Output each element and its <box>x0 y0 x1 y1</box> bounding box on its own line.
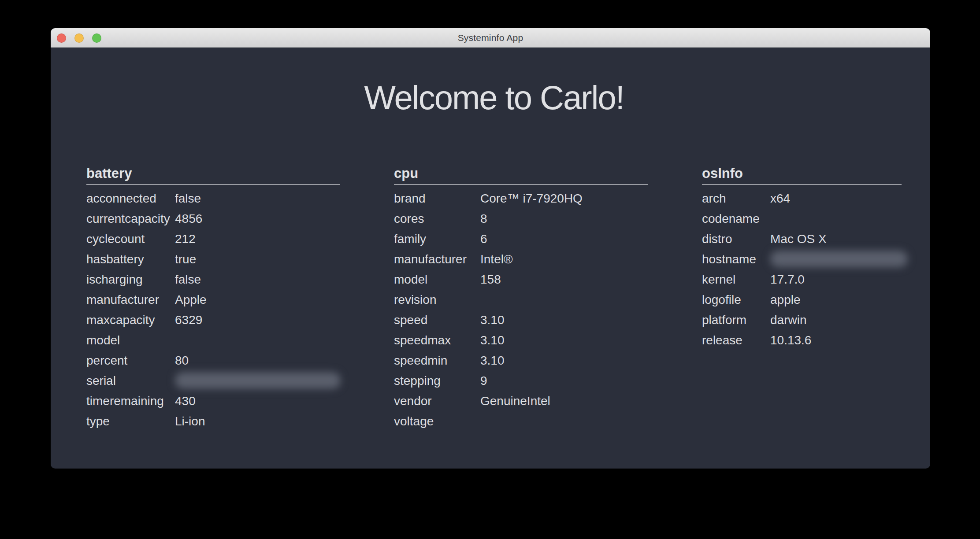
section-title: battery <box>86 166 340 185</box>
row-value: false <box>175 188 340 209</box>
row-value <box>480 290 648 310</box>
row-value: 158 <box>480 270 648 290</box>
info-row-model: model <box>86 330 340 351</box>
row-value: Apple <box>175 290 340 310</box>
row-label: manufacturer <box>394 249 480 270</box>
row-value: 430 <box>175 391 340 411</box>
row-label: percent <box>86 351 175 371</box>
info-row-type: typeLi-ion <box>86 411 340 432</box>
row-label: acconnected <box>86 188 175 209</box>
row-value: 6 <box>480 229 648 249</box>
row-value: false <box>175 270 340 290</box>
row-label: manufacturer <box>86 290 175 310</box>
row-label: family <box>394 229 480 249</box>
info-row-cyclecount: cyclecount212 <box>86 229 340 249</box>
row-value <box>480 411 648 432</box>
row-value: true <box>175 249 340 270</box>
row-value: 9 <box>480 371 648 391</box>
info-row-brand: brandCore™ i7-7920HQ <box>394 188 648 209</box>
row-value: Mac OS X <box>770 229 902 249</box>
row-label: voltage <box>394 411 480 432</box>
info-row-speedmin: speedmin3.10 <box>394 351 648 371</box>
sections: battery acconnectedfalsecurrentcapacity4… <box>86 166 902 432</box>
minimize-button[interactable] <box>74 33 84 43</box>
info-row-revision: revision <box>394 290 648 310</box>
info-row-percent: percent80 <box>86 351 340 371</box>
row-value: 3.10 <box>480 330 648 351</box>
row-value <box>175 330 340 351</box>
info-section-cpu: cpu brandCore™ i7-7920HQcores8family6man… <box>394 166 648 432</box>
window-title: Systeminfo App <box>51 28 930 47</box>
info-row-codename: codename <box>702 209 902 229</box>
row-value: 3.10 <box>480 310 648 330</box>
info-row-platform: platformdarwin <box>702 310 902 330</box>
row-label: vendor <box>394 391 480 411</box>
info-row-model: model158 <box>394 270 648 290</box>
section-rows: brandCore™ i7-7920HQcores8family6manufac… <box>394 188 648 432</box>
row-value: Core™ i7-7920HQ <box>480 188 648 209</box>
row-label: kernel <box>702 270 770 290</box>
info-row-manufacturer: manufacturerIntel® <box>394 249 648 270</box>
row-value: apple <box>770 290 902 310</box>
redacted-value-blur <box>175 372 341 389</box>
info-row-kernel: kernel17.7.0 <box>702 270 902 290</box>
row-label: cores <box>394 209 480 229</box>
info-row-family: family6 <box>394 229 648 249</box>
row-label: type <box>86 411 175 432</box>
info-row-maxcapacity: maxcapacity6329 <box>86 310 340 330</box>
systeminfo-app-window: Systeminfo App Welcome to Carlo! battery… <box>51 28 930 469</box>
row-value: 6329 <box>175 310 340 330</box>
info-row-voltage: voltage <box>394 411 648 432</box>
info-row-currentcapacity: currentcapacity4856 <box>86 209 340 229</box>
info-row-vendor: vendorGenuineIntel <box>394 391 648 411</box>
row-label: brand <box>394 188 480 209</box>
row-value: x64 <box>770 188 902 209</box>
info-row-stepping: stepping9 <box>394 371 648 391</box>
row-label: release <box>702 330 770 351</box>
info-row-hasbattery: hasbatterytrue <box>86 249 340 270</box>
row-value: 80 <box>175 351 340 371</box>
close-button[interactable] <box>57 33 66 43</box>
row-value <box>770 209 902 229</box>
row-label: cyclecount <box>86 229 175 249</box>
row-value: Intel® <box>480 249 648 270</box>
info-section-osinfo: osInfo archx64codenamedistroMac OS Xhost… <box>702 166 902 432</box>
row-label: model <box>394 270 480 290</box>
row-value: 10.13.6 <box>770 330 902 351</box>
info-row-ischarging: ischargingfalse <box>86 270 340 290</box>
window-body: Welcome to Carlo! battery acconnectedfal… <box>51 80 930 432</box>
row-label: codename <box>702 209 770 229</box>
info-row-hostname: hostname <box>702 249 902 270</box>
row-value: 17.7.0 <box>770 270 902 290</box>
row-value: 8 <box>480 209 648 229</box>
row-label: stepping <box>394 371 480 391</box>
section-title: cpu <box>394 166 648 185</box>
row-label: model <box>86 330 175 351</box>
section-rows: archx64codenamedistroMac OS Xhostnameker… <box>702 188 902 351</box>
row-label: timeremaining <box>86 391 175 411</box>
info-row-arch: archx64 <box>702 188 902 209</box>
row-label: hasbattery <box>86 249 175 270</box>
info-row-cores: cores8 <box>394 209 648 229</box>
info-row-speedmax: speedmax3.10 <box>394 330 648 351</box>
row-value: 3.10 <box>480 351 648 371</box>
row-value <box>175 371 340 391</box>
info-section-battery: battery acconnectedfalsecurrentcapacity4… <box>86 166 340 432</box>
row-label: logofile <box>702 290 770 310</box>
row-value: GenuineIntel <box>480 391 648 411</box>
info-row-distro: distroMac OS X <box>702 229 902 249</box>
row-value <box>770 249 902 270</box>
section-rows: acconnectedfalsecurrentcapacity4856cycle… <box>86 188 340 432</box>
row-label: ischarging <box>86 270 175 290</box>
info-row-timeremaining: timeremaining430 <box>86 391 340 411</box>
row-label: speedmax <box>394 330 480 351</box>
row-label: arch <box>702 188 770 209</box>
row-label: currentcapacity <box>86 209 175 229</box>
row-label: revision <box>394 290 480 310</box>
window-titlebar[interactable]: Systeminfo App <box>51 28 930 48</box>
info-row-manufacturer: manufacturerApple <box>86 290 340 310</box>
zoom-button[interactable] <box>92 33 101 43</box>
row-label: platform <box>702 310 770 330</box>
row-value: darwin <box>770 310 902 330</box>
row-label: hostname <box>702 249 770 270</box>
